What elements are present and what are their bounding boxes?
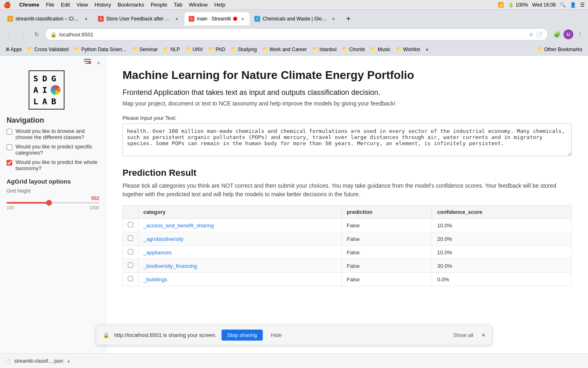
bookmarks-bar: ⊞ Apps 📁 Cross Validated 📁 Python Data S… (0, 43, 588, 56)
sidebar-close-button[interactable]: × (94, 59, 102, 67)
row-4-category[interactable]: _biodiversity_financing (143, 263, 197, 269)
bookmark-istanbul[interactable]: 📁 Istanbul (310, 46, 339, 53)
bookmark-more-label: » (426, 47, 429, 52)
bookmark-more[interactable]: » (423, 46, 431, 53)
tab-2-close[interactable]: × (174, 16, 180, 22)
row-5-category[interactable]: _buildings (143, 276, 167, 283)
results-table: category prediction confidence_score _ac… (122, 205, 572, 286)
page-description: Map your project, document or text to NC… (122, 100, 572, 107)
show-all-button[interactable]: Show all (453, 332, 473, 338)
extensions-icon[interactable]: 🧩 (552, 29, 562, 39)
menubar-window[interactable]: Window (189, 2, 207, 8)
bookmark-wishlist-label: Wishlist (403, 47, 420, 52)
bookmark-work-career-label: Work and Career (270, 47, 307, 52)
hide-button[interactable]: Hide (267, 330, 285, 340)
forward-button[interactable]: › (17, 29, 29, 40)
row-3-confidence: 10.0% (432, 246, 572, 259)
tab-4-close[interactable]: × (330, 16, 336, 22)
nav-checkbox-2[interactable] (7, 144, 12, 150)
more-options-icon[interactable]: ⋮ (575, 29, 585, 39)
new-tab-button[interactable]: + (343, 13, 354, 25)
tab-2[interactable]: S Store User Feedback after mo… × (94, 12, 184, 25)
menubar-history[interactable]: History (94, 2, 111, 8)
menubar-bookmarks[interactable]: Bookmarks (118, 2, 144, 8)
search-icon[interactable]: 🔍 (560, 2, 566, 8)
bookmark-wishlist[interactable]: 📁 Wishlist (394, 46, 422, 53)
nav-label-1: Would you like to browse and choose the … (16, 128, 99, 140)
tab-bar: S streamlit-classification – Clou… × S S… (0, 10, 588, 25)
stop-sharing-button[interactable]: Stop sharing (221, 330, 263, 341)
tab-3-close[interactable]: × (240, 16, 245, 22)
bookmark-music[interactable]: 📁 Music (368, 46, 393, 53)
tab-3[interactable]: S main · Streamlit × (185, 12, 249, 25)
tab-4[interactable]: C Chemicals and Waste | Global… × (250, 12, 340, 25)
row-2-confidence: 20.0% (432, 232, 572, 246)
menubar-edit[interactable]: Edit (61, 2, 70, 8)
star-icon[interactable]: ☆ (529, 31, 534, 38)
address-bar[interactable]: 🔒 localhost:8501 ☆ 📄 (45, 28, 548, 40)
address-bar-row: ‹ › ↻ 🔒 localhost:8501 ☆ 📄 🧩 U ⋮ (0, 25, 588, 43)
tab-1[interactable]: S streamlit-classification – Clou… × (3, 12, 93, 25)
menubar-help[interactable]: Help (214, 2, 225, 8)
row-2-prediction: False (342, 232, 432, 246)
row-4-prediction: False (342, 259, 432, 273)
download-chevron[interactable]: ▲ (67, 359, 71, 363)
row-3-checkbox[interactable] (128, 249, 133, 254)
profile-icon[interactable]: 👤 (570, 2, 576, 8)
bookmark-phd-label: PhD (216, 47, 225, 52)
table-row: _buildings False 0.0% (123, 273, 572, 286)
hamburger-dot (89, 61, 91, 64)
table-row: _biodiversity_financing False 30.0% (123, 259, 572, 273)
bookmark-python[interactable]: 📁 Python Data Scien… (72, 46, 129, 53)
back-button[interactable]: ‹ (3, 29, 15, 40)
screen-share-notification: 🔒 http://localhost:8501 is sharing your … (96, 325, 492, 345)
row-4-checkbox[interactable] (128, 263, 133, 268)
app-logo: S D G A I L A B (29, 70, 78, 110)
slider-min: 100 (7, 205, 14, 210)
menubar-app[interactable]: Chrome (19, 2, 39, 8)
row-2-category[interactable]: _agrobiodiversity (143, 236, 183, 242)
bookmark-nlp[interactable]: 📁 NLP (161, 46, 182, 53)
bookmark-chords[interactable]: 📁 Chords (340, 46, 368, 53)
row-5-checkbox[interactable] (128, 276, 133, 281)
profile-circle[interactable]: U (564, 29, 573, 39)
wifi-icon[interactable]: 📶 (498, 2, 504, 8)
nav-checkbox-1[interactable] (7, 129, 12, 135)
text-input[interactable]: health. Over 100 million man-made chemic… (122, 123, 572, 156)
slider-labels: 100 1000 (7, 205, 99, 210)
bookmark-apps[interactable]: ⊞ Apps (3, 46, 24, 53)
tab-1-close[interactable]: × (83, 16, 89, 22)
bookmark-apps-label: Apps (11, 47, 22, 52)
apple-icon[interactable]: 🍎 (3, 1, 11, 9)
row-1-checkbox[interactable] (128, 222, 133, 227)
hamburger-menu[interactable] (84, 59, 91, 64)
tab-3-title: main · Streamlit (197, 16, 231, 22)
reload-button[interactable]: ↻ (31, 29, 42, 40)
bookmark-studying[interactable]: 📁 Studying (228, 46, 259, 53)
chrome-window: S streamlit-classification – Clou… × S S… (0, 10, 588, 368)
bookmark-work-career[interactable]: 📁 Work and Career (260, 46, 309, 53)
slider-thumb[interactable] (46, 200, 52, 206)
notification-close-button[interactable]: × (481, 332, 485, 339)
tab-1-title: streamlit-classification – Clou… (16, 16, 81, 22)
bookmark-phd[interactable]: 📁 PhD (206, 46, 227, 53)
prediction-heading: Prediction Result (122, 168, 572, 178)
list-icon[interactable]: ☰ (580, 2, 585, 8)
bookmark-other[interactable]: 📁 Other Bookmarks (535, 46, 585, 53)
row-2-checkbox[interactable] (128, 236, 133, 241)
reader-icon[interactable]: 📄 (536, 31, 543, 38)
menubar-view[interactable]: View (76, 2, 88, 8)
bookmark-cross-validated[interactable]: 📁 Cross Validated (25, 46, 71, 53)
menubar-file[interactable]: File (46, 2, 54, 8)
slider-track[interactable] (7, 202, 99, 204)
download-filename: streamlit-classif….json (14, 358, 63, 364)
input-label: Please Input your Text: (122, 115, 572, 121)
row-3-category[interactable]: _appliances (143, 249, 172, 256)
bookmark-unv[interactable]: 📁 UNV (183, 46, 205, 53)
menubar-tab[interactable]: Tab (174, 2, 182, 8)
bookmark-seminar[interactable]: 📁 Seminar (130, 46, 160, 53)
row-1-category[interactable]: _access_and_benefit_sharing (143, 222, 214, 229)
nav-checkbox-3[interactable] (7, 160, 12, 166)
nav-label-2: Would you like to predict specific categ… (16, 144, 99, 156)
menubar-people[interactable]: People (151, 2, 167, 8)
